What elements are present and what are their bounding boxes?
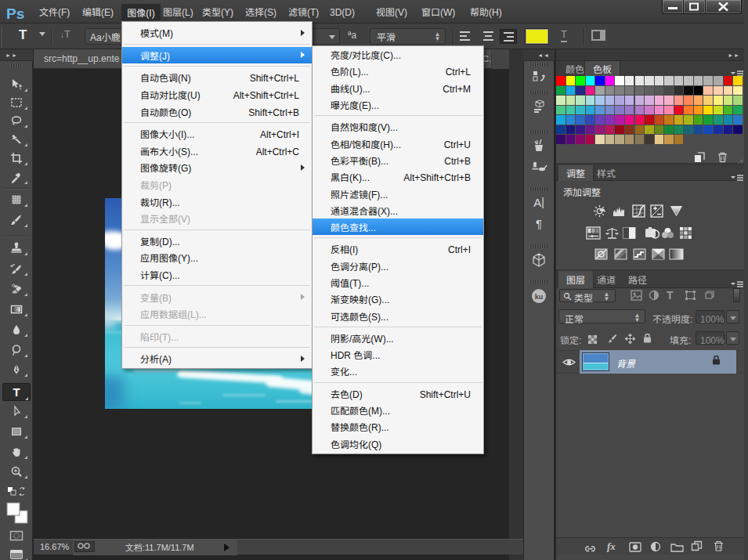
svg-text:ku: ku <box>535 293 544 301</box>
